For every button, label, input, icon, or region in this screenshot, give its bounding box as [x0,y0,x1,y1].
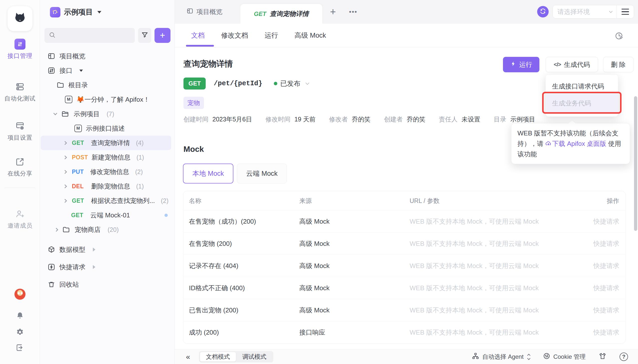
sidebar-item-data-models[interactable]: 数据模型 [40,241,175,258]
rail-item-online-share[interactable]: 在线分享 [0,156,40,178]
project-switcher[interactable]: 示例项目 [50,7,101,18]
mock-name: 成功 (200) [189,328,219,337]
table-row[interactable]: ID格式不正确 (400) 高级 Mock WEB 版不支持本地 Mock，可使… [183,277,625,299]
mode-doc[interactable]: 文档模式 [200,352,236,362]
mock-source: 高级 Mock [299,262,329,270]
rail-item-invite-members[interactable]: 邀请成员 [0,208,40,230]
mock-toggle-group: 本地 Mock 云端 Mock [183,164,287,184]
quick-request-link[interactable]: 快捷请求 [593,328,619,337]
sidebar-section-apis[interactable]: 接口 [40,63,175,78]
new-tab-button[interactable]: + [325,0,340,24]
rail-item-api-management[interactable]: 接口管理 [0,39,40,60]
cookie-manager[interactable]: Cookie 管理 [543,352,586,361]
theme-button[interactable] [598,352,606,362]
unsaved-dot [164,214,168,217]
tab-run[interactable]: 运行 [265,31,278,40]
sidebar-item-project-overview[interactable]: 项目概览 [40,49,175,63]
notifications-button[interactable] [14,310,26,322]
meta-directory: 目录示例项目 [494,115,535,124]
rail-item-project-settings[interactable]: 项目设置 [0,120,40,142]
tab-doc[interactable]: 文档 [191,31,205,40]
toggle-cloud-mock[interactable]: 云端 Mock [237,164,287,184]
plus-icon: + [160,30,165,41]
tab-active-api[interactable]: GET 查询宠物详情 [240,4,322,24]
tree-api-post-create-pet[interactable]: POST 新建宠物信息 (1) [40,150,175,164]
tree-label: 宠物商店 [75,226,101,234]
agent-selector[interactable]: 自动选择 Agent [472,352,530,361]
table-row[interactable]: 已售出宠物 (200) 高级 Mock WEB 版不支持本地 Mock，可使用云… [183,299,625,321]
quick-request-link[interactable]: 快捷请求 [593,284,619,292]
tree-label: 🦊一分钟，了解 Apifox！ [76,95,150,104]
search-input[interactable] [45,28,135,43]
rail-item-label: 自动化测试 [5,94,36,102]
table-row[interactable]: 记录不存在 (404) 高级 Mock WEB 版不支持本地 Mock，可使用云… [183,254,625,277]
toggle-local-mock[interactable]: 本地 Mock [183,164,233,184]
tree-folder-root[interactable]: 根目录 [40,78,175,92]
tree-folder-pet-store[interactable]: 宠物商店 (20) [40,222,175,237]
table-row[interactable]: 在售宠物（成功）(200) 高级 Mock WEB 版不支持本地 Mock，可使… [183,210,625,232]
table-row[interactable]: 成功 (200) 接口响应 WEB 版不支持本地 Mock，可使用云端 Mock… [183,321,625,343]
mock-url-note: WEB 版不支持本地 Mock，可使用云端 Mock [410,262,539,270]
chevron-down-icon[interactable] [306,81,310,85]
tree-api-get-pet-detail[interactable]: GET 查询宠物详情 (4) [41,136,171,150]
quick-request-link[interactable]: 快捷请求 [593,306,619,315]
sidebar-item-quick-requests[interactable]: 快捷请求 [40,258,175,276]
menu-button[interactable] [617,5,634,18]
tab-more-button[interactable]: ••• [344,0,362,24]
menu-item-generate-request-code[interactable]: 生成接口请求代码 [546,79,618,94]
delete-button[interactable]: 删 除 [603,57,633,72]
tab-project-overview[interactable]: 项目概览 [186,0,223,24]
export-button[interactable] [14,342,26,354]
table-row[interactable]: 在售宠物 (200) 高级 Mock WEB 版不支持本地 Mock，可使用云端… [183,232,625,254]
endpoint-row: GET /pet/{petId} 已发布 [183,78,309,90]
tree-api-put-update-pet[interactable]: PUT 修改宠物信息 (2) [40,164,175,179]
history-button[interactable] [614,31,624,42]
quick-request-link[interactable]: 快捷请求 [593,239,619,248]
app-logo[interactable] [8,6,33,31]
rail-item-automated-testing[interactable]: 自动化测试 [0,81,40,102]
user-avatar[interactable] [14,288,26,300]
tree-api-get-cloud-mock[interactable]: GET 云端 Mock-01 [40,208,175,222]
mock-source: 接口响应 [299,328,325,337]
menu-item-generate-business-code[interactable]: 生成业务代码 [546,94,618,113]
tshirt-icon [598,352,606,362]
tree-api-del-delete-pet[interactable]: DEL 删除宠物信息 (1) [40,179,175,194]
generate-code-button[interactable]: </> 生成代码 [546,57,598,72]
chevron-right-icon [54,228,58,232]
tree-count: (2) [135,168,143,176]
settings-button[interactable] [14,326,26,338]
environment-select[interactable]: 请选择环境 [553,5,616,18]
quick-request-link[interactable]: 快捷请求 [593,262,619,270]
tree-doc-one-minute[interactable]: M 🦊一分钟，了解 Apifox！ [40,92,175,107]
collapse-sidebar-button[interactable]: « [186,349,190,364]
up-down-chevron-icon [528,354,530,360]
add-button[interactable]: + [154,28,170,43]
tab-advanced-mock[interactable]: 高级 Mock [295,31,326,40]
mock-source: 高级 Mock [299,284,329,292]
generate-code-label: 生成代码 [564,60,590,69]
folder-icon [56,81,64,89]
tree-label: 快捷请求 [59,263,85,272]
tab-label: 项目概览 [196,8,223,16]
tree-folder-example[interactable]: 示例项目 (7) [40,107,175,121]
collapse-icon: « [186,352,190,361]
run-button[interactable]: 运行 [503,57,539,72]
doc-tab-bar: 文档 修改文档 运行 高级 Mock [175,24,638,47]
sync-button[interactable] [537,6,549,18]
api-doc-content: 查询宠物详情 运行 </> 生成代码 删 除 GET /pet/{petId} … [175,47,638,349]
download-desktop-link[interactable]: 下载 Apifox 桌面版 [545,140,606,147]
filter-button[interactable] [138,28,151,43]
tree-doc-example-desc[interactable]: M 示例接口描述 [40,121,175,136]
quick-request-link[interactable]: 快捷请求 [593,217,619,226]
rail-item-label: 邀请成员 [8,222,33,230]
tab-edit-doc[interactable]: 修改文档 [221,31,248,40]
tree-label: 删除宠物信息 [91,182,130,191]
tag-pill[interactable]: 宠物 [183,97,204,109]
tree-api-get-find-by-status[interactable]: GET 根据状态查找宠物列... (2) [40,194,175,208]
tree-label: 云端 Mock-01 [90,211,130,220]
chevron-right-icon [63,170,67,174]
vertical-scrollbar[interactable] [634,96,637,231]
sidebar-item-recycle-bin[interactable]: 回收站 [40,276,175,293]
help-button[interactable]: ? [619,352,628,361]
mode-debug[interactable]: 调试模式 [236,352,272,362]
